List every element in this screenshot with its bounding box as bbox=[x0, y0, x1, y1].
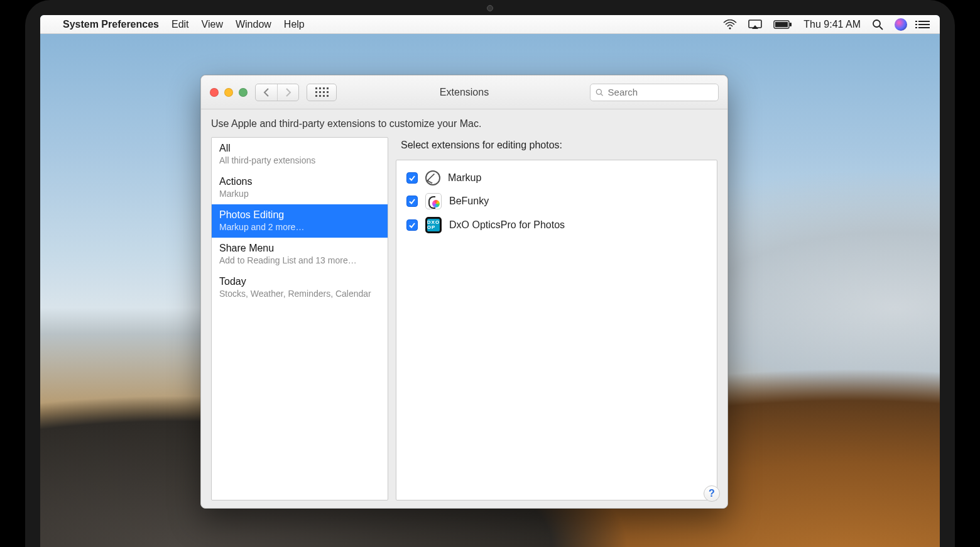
dxo-icon: DXO OP bbox=[425, 217, 442, 233]
extension-checkbox[interactable] bbox=[406, 219, 418, 231]
category-item[interactable]: TodayStocks, Weather, Reminders, Calenda… bbox=[212, 271, 388, 304]
category-item[interactable]: Share MenuAdd to Reading List and 13 mor… bbox=[212, 238, 388, 271]
spotlight-icon[interactable] bbox=[872, 19, 883, 30]
airplay-icon[interactable] bbox=[748, 19, 762, 30]
menu-edit[interactable]: Edit bbox=[172, 19, 189, 30]
app-name[interactable]: System Preferences bbox=[63, 19, 159, 30]
menu-window[interactable]: Window bbox=[236, 19, 271, 30]
back-button[interactable] bbox=[256, 84, 277, 101]
category-subtitle: Add to Reading List and 13 more… bbox=[219, 255, 380, 265]
category-title: Today bbox=[219, 276, 380, 287]
menu-bar: System Preferences Edit View Window Help… bbox=[40, 15, 940, 34]
category-subtitle: Markup and 2 more… bbox=[219, 222, 380, 232]
category-title: All bbox=[219, 143, 380, 154]
instruction-text: Use Apple and third-party extensions to … bbox=[211, 118, 717, 130]
search-input[interactable] bbox=[608, 87, 713, 97]
siri-icon[interactable] bbox=[895, 18, 907, 31]
close-button[interactable] bbox=[210, 88, 219, 97]
svg-line-7 bbox=[879, 26, 883, 30]
category-item[interactable]: ActionsMarkup bbox=[212, 171, 388, 204]
zoom-button[interactable] bbox=[239, 88, 248, 97]
svg-line-9 bbox=[601, 94, 603, 96]
extension-name: Markup bbox=[448, 172, 481, 184]
pane-heading: Select extensions for editing photos: bbox=[396, 137, 717, 153]
clock[interactable]: Thu 9:41 AM bbox=[803, 19, 861, 30]
menu-view[interactable]: View bbox=[202, 19, 223, 30]
search-icon bbox=[596, 88, 604, 97]
svg-rect-4 bbox=[775, 22, 788, 27]
search-field[interactable] bbox=[590, 84, 719, 101]
extension-name: DxO OpticsPro for Photos bbox=[449, 219, 565, 231]
extensions-list: MarkupBeFunkyDXO OPDxO OpticsPro for Pho… bbox=[396, 160, 717, 500]
notification-center-icon[interactable] bbox=[918, 21, 930, 28]
category-title: Photos Editing bbox=[219, 209, 380, 221]
svg-rect-5 bbox=[790, 23, 792, 26]
category-item[interactable]: Photos EditingMarkup and 2 more… bbox=[212, 204, 388, 238]
navigation-buttons bbox=[255, 84, 299, 101]
menu-help[interactable]: Help bbox=[284, 19, 305, 30]
category-subtitle: All third-party extensions bbox=[219, 155, 380, 165]
camera bbox=[487, 5, 493, 11]
battery-icon[interactable] bbox=[773, 20, 792, 29]
category-title: Share Menu bbox=[219, 243, 380, 254]
extension-row: DXO OPDxO OpticsPro for Photos bbox=[404, 213, 709, 237]
wifi-icon[interactable] bbox=[723, 19, 737, 30]
svg-point-6 bbox=[873, 20, 880, 27]
extension-row: BeFunky bbox=[404, 189, 709, 213]
minimize-button[interactable] bbox=[224, 88, 233, 97]
extension-row: Markup bbox=[404, 167, 709, 189]
forward-button[interactable] bbox=[277, 84, 298, 101]
extension-name: BeFunky bbox=[449, 196, 489, 207]
preferences-window: Extensions Use Apple and third-party ext… bbox=[200, 75, 728, 509]
category-item[interactable]: AllAll third-party extensions bbox=[212, 138, 388, 171]
extension-checkbox[interactable] bbox=[406, 196, 418, 207]
svg-point-0 bbox=[729, 27, 731, 29]
show-all-button[interactable] bbox=[307, 84, 337, 101]
markup-icon bbox=[425, 170, 440, 185]
category-list: AllAll third-party extensionsActionsMark… bbox=[211, 137, 388, 500]
category-title: Actions bbox=[219, 176, 380, 187]
befunky-icon bbox=[425, 193, 442, 209]
category-subtitle: Stocks, Weather, Reminders, Calendar bbox=[219, 289, 380, 299]
svg-point-8 bbox=[596, 89, 601, 94]
window-titlebar: Extensions bbox=[201, 75, 727, 109]
svg-marker-2 bbox=[752, 25, 758, 29]
extension-checkbox[interactable] bbox=[406, 172, 418, 184]
category-subtitle: Markup bbox=[219, 189, 380, 199]
help-button[interactable]: ? bbox=[704, 485, 720, 502]
